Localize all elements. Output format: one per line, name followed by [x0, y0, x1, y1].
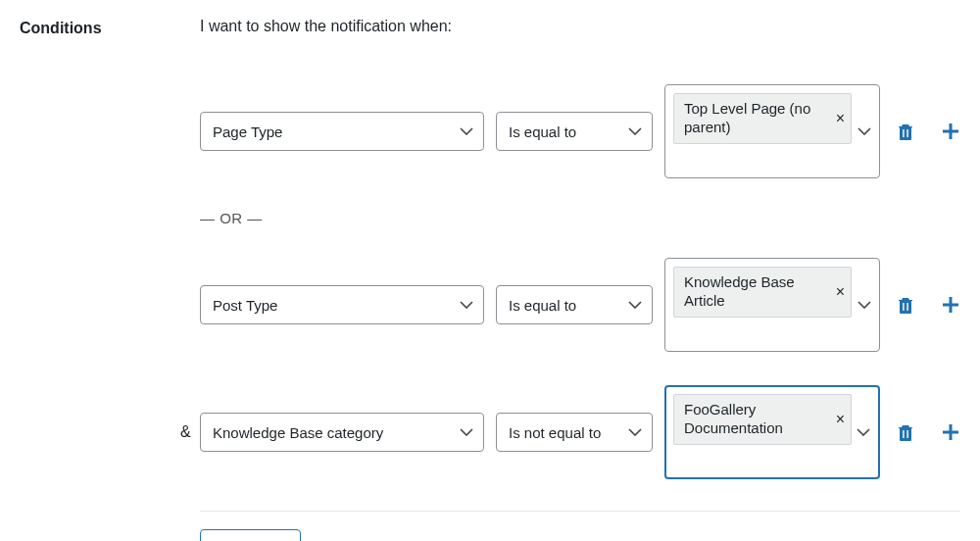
or-separator: — OR —: [200, 210, 960, 226]
multiselect-toggle[interactable]: [857, 428, 870, 436]
row-actions: [896, 422, 960, 442]
delete-rule-button[interactable]: [896, 122, 915, 141]
chevron-down-icon: [628, 127, 642, 135]
trash-icon: [897, 422, 914, 442]
selected-chip: Top Level Page (no parent) ×: [673, 93, 852, 144]
operator-select-value: Is not equal to: [509, 424, 601, 441]
plus-icon: [942, 296, 959, 314]
selected-chip: Knowledge Base Article ×: [673, 267, 852, 318]
conditions-form: I want to show the notification when: Pa…: [200, 18, 960, 541]
field-select[interactable]: Knowledge Base category: [200, 413, 484, 452]
section-label: Conditions: [20, 18, 200, 37]
row-actions: [896, 295, 960, 315]
operator-select-value: Is equal to: [509, 297, 576, 314]
plus-icon: [942, 123, 959, 140]
field-select-value: Post Type: [213, 297, 277, 314]
add-rule-button[interactable]: [941, 122, 960, 141]
condition-row: Page Type Is equal to Top Level Page (no…: [200, 84, 960, 178]
field-select-value: Knowledge Base category: [213, 424, 383, 441]
delete-rule-button[interactable]: [896, 295, 915, 315]
intro-text: I want to show the notification when:: [200, 18, 960, 35]
operator-select-value: Is equal to: [509, 123, 576, 140]
trash-icon: [897, 122, 914, 141]
add-rule-button[interactable]: [941, 422, 960, 442]
multiselect-toggle[interactable]: [858, 301, 871, 309]
field-select[interactable]: Page Type: [200, 112, 484, 151]
remove-chip-icon[interactable]: ×: [836, 284, 845, 300]
value-multiselect[interactable]: Knowledge Base Article ×: [664, 258, 880, 352]
chevron-down-icon: [460, 428, 473, 436]
operator-select[interactable]: Is equal to: [496, 112, 653, 151]
field-select-value: Page Type: [213, 123, 282, 140]
chevron-down-icon: [858, 301, 871, 309]
divider: [200, 511, 960, 512]
condition-row: & Knowledge Base category Is not equal t…: [200, 385, 960, 479]
chevron-down-icon: [460, 301, 473, 309]
condition-row: Post Type Is equal to Knowledge Base Art…: [200, 258, 960, 352]
trash-icon: [897, 295, 914, 315]
chip-label: FooGallery Documentation: [684, 401, 828, 438]
value-multiselect[interactable]: FooGallery Documentation ×: [664, 385, 880, 479]
row-actions: [896, 122, 960, 141]
add-group-button[interactable]: Add Group: [200, 529, 301, 541]
chevron-down-icon: [628, 301, 642, 309]
delete-rule-button[interactable]: [896, 422, 915, 442]
chip-label: Knowledge Base Article: [684, 273, 828, 311]
chip-label: Top Level Page (no parent): [684, 100, 828, 137]
operator-select[interactable]: Is not equal to: [496, 413, 653, 452]
multiselect-toggle[interactable]: [858, 127, 871, 135]
add-rule-button[interactable]: [941, 295, 960, 315]
chevron-down-icon: [857, 428, 870, 436]
field-select[interactable]: Post Type: [200, 285, 484, 324]
remove-chip-icon[interactable]: ×: [836, 412, 845, 427]
and-prefix: &: [180, 423, 194, 441]
chevron-down-icon: [460, 127, 473, 135]
selected-chip: FooGallery Documentation ×: [673, 394, 852, 445]
plus-icon: [942, 423, 959, 441]
remove-chip-icon[interactable]: ×: [836, 111, 845, 126]
value-multiselect[interactable]: Top Level Page (no parent) ×: [664, 84, 880, 178]
operator-select[interactable]: Is equal to: [496, 285, 653, 324]
chevron-down-icon: [858, 127, 871, 135]
chevron-down-icon: [628, 428, 642, 436]
